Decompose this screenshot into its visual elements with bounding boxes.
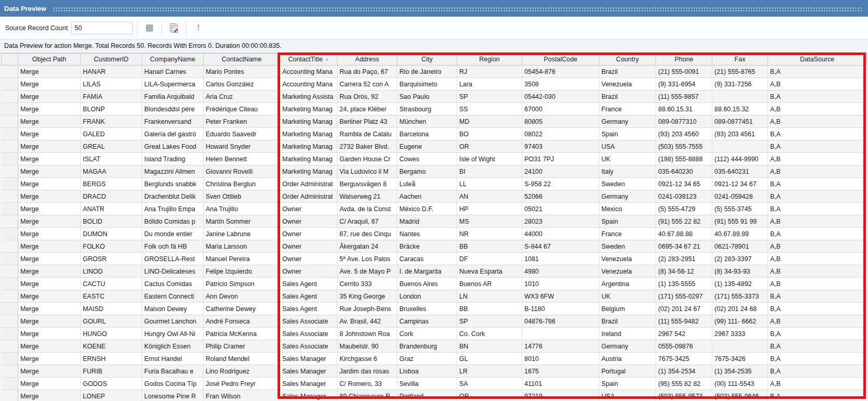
cell-contacttitle[interactable]: Sales Associate [280, 315, 337, 328]
cell-fax[interactable] [712, 140, 768, 153]
cell-fax[interactable]: 0621-78901 [712, 240, 768, 253]
cell-address[interactable]: 24, place Kléber [337, 103, 397, 115]
cell-address[interactable]: Rambla de Catalu [337, 128, 397, 140]
cell-postalcode[interactable]: S-844 67 [522, 240, 599, 253]
cell-region[interactable]: LR [457, 365, 522, 378]
cell-customerid[interactable]: HANAR [81, 66, 142, 78]
cell-companyname[interactable]: Hanari Carnes [142, 66, 204, 78]
cell-postalcode[interactable]: 24100 [522, 165, 599, 178]
cell-companyname[interactable]: Island Trading [142, 153, 204, 165]
cell-address[interactable]: Garden House Cr [337, 153, 397, 165]
cell-object-path[interactable]: Merge [18, 178, 81, 190]
cell-city[interactable]: Eugene [397, 140, 457, 153]
cell-city[interactable]: Cork [397, 328, 457, 340]
cell-fax[interactable] [712, 340, 768, 353]
cell-contactname[interactable]: Ann Devon [204, 290, 280, 303]
row-selector-cell[interactable] [2, 328, 18, 340]
cell-customerid[interactable]: MAISD [81, 303, 142, 315]
row-selector-cell[interactable] [2, 340, 18, 353]
cell-phone[interactable]: (5) 555-4729 [656, 203, 712, 215]
cell-contacttitle[interactable]: Marketing Manag [280, 153, 337, 165]
cell-contacttitle[interactable]: Owner [280, 203, 337, 215]
cell-contacttitle[interactable]: Marketing Manag [280, 128, 337, 140]
cell-object-path[interactable]: Merge [18, 340, 81, 353]
cell-postalcode[interactable]: 1010 [522, 278, 599, 290]
cell-city[interactable]: Campinas [397, 315, 457, 328]
cell-customerid[interactable]: HUNGO [81, 328, 142, 340]
cell-companyname[interactable]: Ana Trujillo Empa [142, 203, 204, 215]
cell-address[interactable]: Maubelstr. 90 [337, 340, 397, 353]
cell-contactname[interactable]: Ana Trujillo [204, 203, 280, 215]
cell-address[interactable]: C/ Romero, 33 [337, 378, 397, 390]
cell-region[interactable]: SP [457, 315, 522, 328]
cell-region[interactable]: AN [457, 190, 522, 203]
cell-contacttitle[interactable]: Sales Associate [280, 328, 337, 340]
cell-address[interactable]: Kirchgasse 6 [337, 353, 397, 365]
column-header-companyname[interactable]: CompanyName [142, 54, 204, 66]
cell-contacttitle[interactable]: Owner [280, 215, 337, 228]
cell-object-path[interactable]: Merge [18, 78, 81, 90]
cell-contactname[interactable]: Frédérique Citeau [204, 103, 280, 115]
cell-datasource[interactable]: B,A [768, 353, 867, 365]
cell-datasource[interactable]: A,B [768, 378, 867, 390]
cell-region[interactable]: Lara [457, 78, 522, 90]
cell-contacttitle[interactable]: Sales Agent [280, 303, 337, 315]
cell-country[interactable]: Brazil [599, 90, 656, 103]
cell-city[interactable]: Barquisimeto [397, 78, 457, 90]
row-selector-cell[interactable] [2, 215, 18, 228]
cell-country[interactable]: Venezuela [599, 253, 656, 265]
cell-country[interactable]: Portugal [599, 365, 656, 378]
cell-address[interactable]: 67, rue des Cinqu [337, 228, 397, 240]
cell-country[interactable]: UK [599, 153, 656, 165]
cell-address[interactable]: Rue Joseph-Bens [337, 303, 397, 315]
cell-fax[interactable]: (5) 555-3745 [712, 203, 768, 215]
cell-contactname[interactable]: Peter Franken [204, 115, 280, 128]
cell-contactname[interactable]: Christina Berglun [204, 178, 280, 190]
cell-customerid[interactable]: ANATR [81, 203, 142, 215]
cell-companyname[interactable]: Königlich Essen [142, 340, 204, 353]
cell-fax[interactable]: (99) 111- 6662 [712, 315, 768, 328]
cell-contacttitle[interactable]: Sales Manager [280, 390, 337, 401]
cell-companyname[interactable]: Galería del gastró [142, 128, 204, 140]
row-selector-cell[interactable] [2, 153, 18, 165]
cell-city[interactable]: Lisboa [397, 365, 457, 378]
row-selector-cell[interactable] [2, 290, 18, 303]
row-selector-cell[interactable] [2, 378, 18, 390]
cell-postalcode[interactable] [522, 328, 599, 340]
cell-phone[interactable]: 0695-34 67 21 [656, 240, 712, 253]
cell-city[interactable]: Aachen [397, 190, 457, 203]
cell-datasource[interactable]: B,A [768, 90, 867, 103]
cell-postalcode[interactable]: 05454-876 [522, 66, 599, 78]
cell-address[interactable]: 5ª Ave. Los Palos [337, 253, 397, 265]
cell-customerid[interactable]: LONEP [81, 390, 142, 401]
row-selector-cell[interactable] [2, 353, 18, 365]
cell-region[interactable]: SA [457, 378, 522, 390]
cell-companyname[interactable]: Folk och fä HB [142, 240, 204, 253]
cell-object-path[interactable]: Merge [18, 140, 81, 153]
cell-postalcode[interactable]: 41101 [522, 378, 599, 390]
cell-city[interactable]: I. de Margarita [397, 265, 457, 278]
cell-datasource[interactable]: A,B [768, 103, 867, 115]
row-selector-cell[interactable] [2, 140, 18, 153]
cell-contactname[interactable]: Catherine Dewey [204, 303, 280, 315]
cell-companyname[interactable]: LILA-Supermerca [142, 78, 204, 90]
cell-phone[interactable]: (8) 34-56-12 [656, 265, 712, 278]
cell-contacttitle[interactable]: Sales Manager [280, 365, 337, 378]
cell-postalcode[interactable]: 05442-030 [522, 90, 599, 103]
cell-city[interactable]: Bergamo [397, 165, 457, 178]
cell-city[interactable]: Portland [397, 390, 457, 401]
cell-customerid[interactable]: BOLID [81, 215, 142, 228]
cell-country[interactable]: Belgium [599, 303, 656, 315]
stop-button[interactable] [142, 20, 157, 36]
cell-region[interactable]: Buenos AR [457, 278, 522, 290]
row-selector-cell[interactable] [2, 203, 18, 215]
column-header-region[interactable]: Region [457, 54, 522, 66]
cell-object-path[interactable]: Merge [18, 128, 81, 140]
column-header-fax[interactable]: Fax [712, 54, 768, 66]
row-selector-cell[interactable] [2, 253, 18, 265]
cell-country[interactable]: Sweden [599, 240, 656, 253]
cell-phone[interactable]: (11) 555-9857 [656, 90, 712, 103]
cell-datasource[interactable]: A,B [768, 115, 867, 128]
cell-datasource[interactable]: A,B [768, 278, 867, 290]
cell-datasource[interactable]: A,B [768, 253, 867, 265]
